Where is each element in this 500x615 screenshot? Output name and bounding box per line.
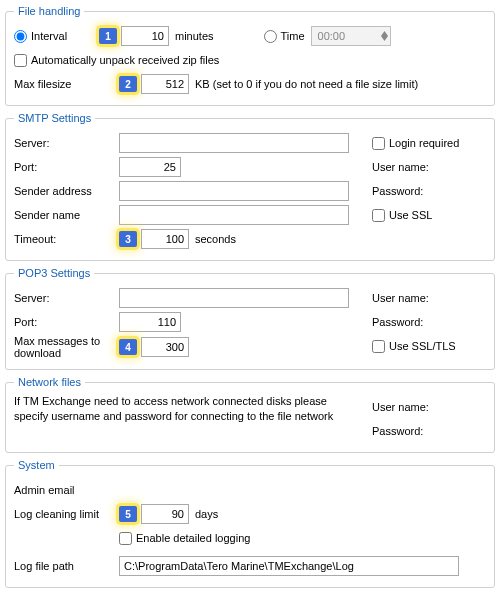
badge-5-icon: 5	[119, 506, 137, 522]
pop3-server-input[interactable]	[119, 288, 349, 308]
admin-email-label: Admin email	[14, 484, 119, 496]
pop3-port-label: Port:	[14, 316, 119, 328]
time-spinner-icon[interactable]	[381, 31, 388, 41]
max-filesize-input[interactable]	[141, 74, 189, 94]
pop3-user-label: User name:	[372, 292, 429, 304]
pop3-ssl-text: Use SSL/TLS	[389, 340, 456, 352]
interval-label-text: Interval	[31, 30, 67, 42]
log-path-input[interactable]	[119, 556, 459, 576]
network-user-label: User name:	[372, 401, 429, 413]
interval-input[interactable]	[121, 26, 169, 46]
smtp-login-req-checkbox[interactable]	[372, 137, 385, 150]
network-pass-label: Password:	[372, 425, 423, 437]
system-legend: System	[14, 459, 59, 471]
smtp-ssl-text: Use SSL	[389, 209, 432, 221]
smtp-server-label: Server:	[14, 137, 119, 149]
log-limit-input[interactable]	[141, 504, 189, 524]
max-filesize-label: Max filesize	[14, 78, 119, 90]
time-input[interactable]: 00:00	[311, 26, 391, 46]
network-group: Network files If TM Exchange need to acc…	[5, 376, 495, 453]
log-limit-unit: days	[195, 508, 218, 520]
log-path-label: Log file path	[14, 560, 119, 572]
smtp-ssl-checkbox[interactable]	[372, 209, 385, 222]
time-label-text: Time	[281, 30, 305, 42]
interval-radio-label[interactable]: Interval	[14, 30, 99, 43]
badge-4-icon: 4	[119, 339, 137, 355]
smtp-sender-name-input[interactable]	[119, 205, 349, 225]
pop3-legend: POP3 Settings	[14, 267, 94, 279]
time-value: 00:00	[318, 30, 346, 42]
pop3-maxmsg-label: Max messages to download	[14, 335, 119, 359]
badge-2-icon: 2	[119, 76, 137, 92]
smtp-timeout-input[interactable]	[141, 229, 189, 249]
file-handling-group: File handling Interval 1 minutes Time 00…	[5, 5, 495, 106]
pop3-ssl-checkbox[interactable]	[372, 340, 385, 353]
detailed-log-text: Enable detailed logging	[136, 532, 250, 544]
interval-radio[interactable]	[14, 30, 27, 43]
smtp-server-input[interactable]	[119, 133, 349, 153]
smtp-port-input[interactable]	[119, 157, 181, 177]
pop3-port-input[interactable]	[119, 312, 181, 332]
smtp-sender-addr-input[interactable]	[119, 181, 349, 201]
auto-unpack-checkbox-label[interactable]: Automatically unpack received zip files	[14, 54, 219, 67]
smtp-sender-addr-label: Sender address	[14, 185, 119, 197]
smtp-port-label: Port:	[14, 161, 119, 173]
max-filesize-unit: KB (set to 0 if you do not need a file s…	[195, 78, 418, 90]
time-radio[interactable]	[264, 30, 277, 43]
smtp-sender-name-label: Sender name	[14, 209, 119, 221]
smtp-group: SMTP Settings Server: Port: Sender addre…	[5, 112, 495, 261]
time-radio-label[interactable]: Time	[264, 30, 305, 43]
smtp-ssl-label[interactable]: Use SSL	[372, 209, 432, 222]
network-legend: Network files	[14, 376, 85, 388]
network-note: If TM Exchange need to access network co…	[14, 394, 366, 444]
badge-1-icon: 1	[99, 28, 117, 44]
auto-unpack-text: Automatically unpack received zip files	[31, 54, 219, 66]
file-handling-legend: File handling	[14, 5, 84, 17]
pop3-maxmsg-input[interactable]	[141, 337, 189, 357]
detailed-log-label[interactable]: Enable detailed logging	[119, 532, 250, 545]
smtp-timeout-label: Timeout:	[14, 233, 119, 245]
detailed-log-checkbox[interactable]	[119, 532, 132, 545]
pop3-pass-label: Password:	[372, 316, 423, 328]
smtp-login-req-text: Login required	[389, 137, 459, 149]
smtp-user-label: User name:	[372, 161, 429, 173]
pop3-group: POP3 Settings Server: Port: Max messages…	[5, 267, 495, 370]
smtp-timeout-unit: seconds	[195, 233, 236, 245]
interval-unit: minutes	[175, 30, 214, 42]
smtp-legend: SMTP Settings	[14, 112, 95, 124]
system-group: System Admin email Log cleaning limit 5 …	[5, 459, 495, 588]
badge-3-icon: 3	[119, 231, 137, 247]
log-limit-label: Log cleaning limit	[14, 508, 119, 520]
svg-marker-1	[381, 36, 388, 41]
pop3-server-label: Server:	[14, 292, 119, 304]
smtp-pass-label: Password:	[372, 185, 423, 197]
smtp-login-req-label[interactable]: Login required	[372, 137, 459, 150]
auto-unpack-checkbox[interactable]	[14, 54, 27, 67]
pop3-ssl-label[interactable]: Use SSL/TLS	[372, 340, 456, 353]
